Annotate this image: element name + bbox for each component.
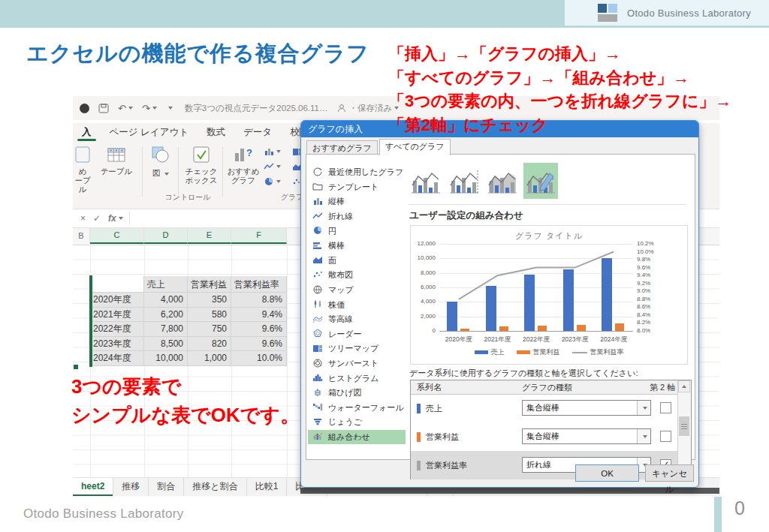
legend-item: 営業利益率 bbox=[572, 347, 624, 357]
slide: Otodo Business Laboratory エクセルの機能で作る複合グラ… bbox=[0, 0, 769, 532]
sheet-tab-heet2[interactable]: heet2 bbox=[73, 478, 113, 496]
table-cell[interactable]: 2020年度 bbox=[90, 293, 144, 308]
table-cell[interactable]: 1,000 bbox=[188, 351, 231, 366]
chart-type-item[interactable]: サンバースト bbox=[308, 356, 406, 371]
recommended-charts-button[interactable]: ? おすすめグラフ bbox=[225, 146, 261, 185]
dialog-tab-すべてのグラフ[interactable]: すべてのグラフ bbox=[379, 139, 451, 155]
ribbon-tab-入[interactable]: 入 bbox=[73, 123, 101, 141]
chart-type-item[interactable]: 等高線 bbox=[308, 312, 406, 327]
table-cell[interactable]: 8.8% bbox=[231, 293, 287, 308]
table-button[interactable]: テーブル bbox=[95, 146, 137, 176]
combo-variant-3[interactable] bbox=[485, 163, 520, 199]
table-cell[interactable]: 350 bbox=[188, 293, 231, 308]
table-cell[interactable]: 820 bbox=[188, 337, 231, 352]
table-cell[interactable]: 7,800 bbox=[144, 322, 188, 337]
chart-type-item[interactable]: じょうご bbox=[308, 415, 406, 430]
saved-status[interactable]: ・保存済み bbox=[349, 103, 393, 114]
chart-type-label: 横棒 bbox=[328, 240, 345, 251]
table-cell[interactable]: 10,000 bbox=[144, 351, 188, 366]
template-chart-icon bbox=[312, 182, 328, 192]
chart-type-item[interactable]: テンプレート bbox=[308, 180, 406, 195]
illustrations-button[interactable]: 図 bbox=[146, 146, 175, 177]
table-cell[interactable]: 6,200 bbox=[144, 308, 188, 323]
checkbox-control-button[interactable]: チェックボックス bbox=[182, 146, 220, 185]
pie-chart-icon[interactable] bbox=[264, 177, 281, 186]
left-axis-label: 2,000 bbox=[411, 314, 436, 320]
series-row-営業利益[interactable]: 営業利益集合縦棒 bbox=[411, 422, 691, 451]
chart-type-item[interactable]: 面 bbox=[308, 254, 406, 269]
table-header-cell[interactable]: 売上 bbox=[144, 276, 188, 293]
cancel-entry-icon[interactable]: × bbox=[80, 213, 86, 224]
line-chart-icon[interactable] bbox=[264, 162, 281, 171]
pivot-table-button-partial[interactable]: めーブル bbox=[73, 146, 92, 194]
chart-type-item[interactable]: マップ bbox=[308, 283, 406, 298]
table-cell[interactable]: 2023年度 bbox=[90, 337, 144, 352]
dropdown-button[interactable] bbox=[637, 401, 650, 415]
chart-type-item[interactable]: レーダー bbox=[308, 327, 406, 342]
sheet-tab-推移と割合[interactable]: 推移と割合 bbox=[184, 478, 246, 496]
table-cell[interactable]: 2024年度 bbox=[90, 351, 144, 366]
table-cell[interactable]: 9.6% bbox=[231, 322, 287, 337]
column-header-F[interactable]: F bbox=[231, 228, 287, 244]
scrollbar-thumb[interactable] bbox=[679, 416, 689, 436]
table-header-cell[interactable]: 営業利益率 bbox=[231, 276, 287, 293]
redo-icon[interactable]: ↷ bbox=[142, 103, 157, 114]
chart-type-item[interactable]: 円 bbox=[308, 224, 406, 239]
table-cell[interactable]: 9.6% bbox=[231, 337, 287, 352]
chart-type-item[interactable]: 最近使用したグラフ bbox=[308, 165, 406, 180]
sheet-tab-比較1[interactable]: 比較1 bbox=[247, 478, 288, 496]
sheet-tab-割合[interactable]: 割合 bbox=[149, 478, 184, 496]
chart-type-item[interactable]: ヒストグラム bbox=[308, 371, 406, 386]
series-row-売上[interactable]: 売上集合縦棒 bbox=[411, 394, 691, 422]
table-cell[interactable]: 580 bbox=[188, 308, 231, 323]
save-icon[interactable] bbox=[98, 104, 109, 113]
column-header-E[interactable]: E bbox=[188, 228, 231, 244]
dialog-tab-おすすめグラフ[interactable]: おすすめグラフ bbox=[306, 140, 378, 155]
radar-chart-icon bbox=[312, 329, 328, 339]
combo-variant-2[interactable] bbox=[447, 163, 481, 199]
chart-type-item[interactable]: 株価 bbox=[308, 297, 406, 312]
chart-type-item[interactable]: 組み合わせ bbox=[308, 430, 406, 445]
sheet-tab-推移[interactable]: 推移 bbox=[113, 478, 149, 496]
dropdown-button[interactable] bbox=[637, 429, 650, 443]
column-chart-icon[interactable] bbox=[264, 147, 281, 156]
chart-type-item[interactable]: ツリーマップ bbox=[308, 341, 406, 356]
ribbon-options-icon[interactable] bbox=[166, 107, 173, 110]
table-header-cell[interactable] bbox=[90, 276, 144, 293]
cancel-button[interactable]: キャンセル bbox=[645, 464, 694, 482]
chart-type-item[interactable]: 縦棒 bbox=[308, 194, 406, 209]
table-cell[interactable]: 750 bbox=[188, 322, 231, 337]
chart-type-item[interactable]: 折れ線 bbox=[308, 209, 406, 224]
combo-variant-1[interactable] bbox=[409, 163, 443, 199]
table-cell[interactable]: 4,000 bbox=[144, 293, 188, 308]
insert-function-icon[interactable]: fx bbox=[108, 213, 116, 224]
scroll-up-button[interactable] bbox=[678, 380, 690, 392]
ok-button[interactable]: OK bbox=[575, 464, 639, 482]
chart-kind-dropdown[interactable]: 集合縦棒 bbox=[522, 428, 651, 444]
table-header-cell[interactable]: 営業利益 bbox=[188, 276, 231, 293]
secondary-axis-checkbox[interactable] bbox=[660, 431, 671, 442]
fill-handle[interactable] bbox=[73, 364, 79, 370]
chart-kind-dropdown[interactable]: 集合縦棒 bbox=[522, 400, 651, 416]
column-header-B[interactable]: B bbox=[73, 228, 90, 244]
column-header-C[interactable]: C bbox=[90, 228, 144, 244]
combo-variant-4[interactable] bbox=[523, 163, 558, 199]
chart-type-item[interactable]: 散布図 bbox=[308, 268, 406, 283]
column-header-D[interactable]: D bbox=[144, 228, 188, 244]
series-swatch bbox=[417, 432, 421, 442]
table-cell[interactable]: 2021年度 bbox=[90, 308, 144, 323]
undo-icon[interactable]: ↶ bbox=[118, 103, 133, 114]
account-icon[interactable] bbox=[80, 104, 89, 113]
chart-type-item[interactable]: 横棒 bbox=[308, 239, 406, 254]
chart-type-item[interactable]: 箱ひげ図 bbox=[308, 386, 406, 401]
ribbon-tab-データ[interactable]: データ bbox=[234, 123, 281, 141]
table-cell[interactable]: 10.0% bbox=[231, 351, 287, 366]
secondary-axis-checkbox[interactable] bbox=[660, 402, 671, 413]
table-cell[interactable]: 8,500 bbox=[144, 337, 188, 352]
table-cell[interactable]: 9.4% bbox=[231, 308, 287, 323]
table-cell[interactable]: 2022年度 bbox=[90, 322, 144, 337]
ribbon-tab-ページ レイアウト[interactable]: ページ レイアウト bbox=[101, 123, 198, 141]
confirm-entry-icon[interactable]: ✓ bbox=[93, 213, 101, 224]
ribbon-tab-数式[interactable]: 数式 bbox=[198, 123, 234, 141]
chart-type-item[interactable]: ウォーターフォール bbox=[308, 401, 406, 416]
